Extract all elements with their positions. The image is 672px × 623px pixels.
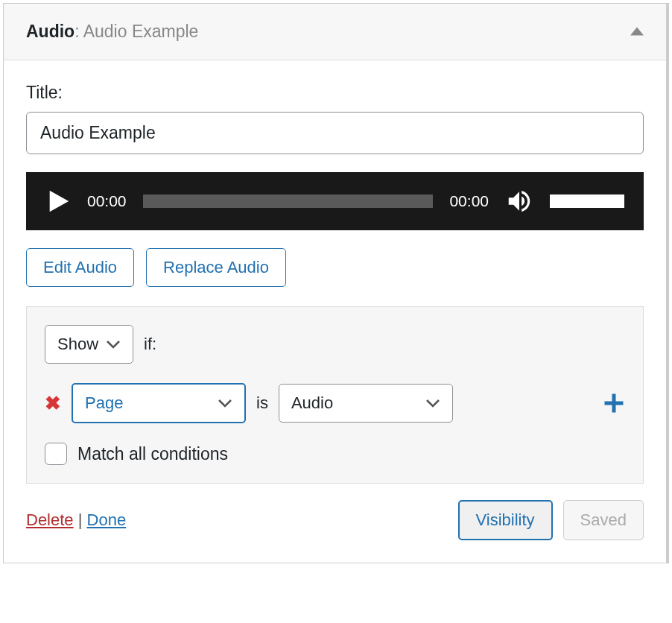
svg-rect-3 [605, 402, 624, 405]
play-icon[interactable] [45, 189, 71, 214]
condition-action-row: Show if: [45, 325, 625, 364]
action-select-value: Show [57, 335, 98, 354]
if-label: if: [144, 335, 156, 354]
widget-title-prefix: Audio [26, 22, 75, 41]
remove-condition-icon[interactable]: ✖ [45, 392, 61, 415]
chevron-down-icon [106, 339, 121, 350]
volume-slider[interactable] [550, 195, 624, 208]
svg-marker-0 [630, 27, 644, 35]
collapse-toggle-icon[interactable] [630, 25, 644, 39]
title-input[interactable] [26, 112, 644, 154]
chevron-down-icon [218, 398, 232, 408]
add-condition-icon[interactable] [603, 392, 625, 414]
volume-icon[interactable] [505, 187, 533, 215]
visibility-conditions-panel: Show if: ✖ Page is Audio [26, 306, 644, 484]
edit-audio-button[interactable]: Edit Audio [26, 248, 134, 287]
widget-title: Audio: Audio Example [26, 22, 198, 42]
value-select-value: Audio [291, 393, 333, 413]
condition-rule-row: ✖ Page is Audio [45, 383, 625, 423]
audio-player: 00:00 00:00 [26, 172, 644, 230]
match-all-label: Match all conditions [77, 444, 228, 464]
replace-audio-button[interactable]: Replace Audio [146, 248, 286, 287]
svg-marker-1 [50, 191, 69, 212]
footer-separator: | [74, 510, 87, 529]
progress-bar[interactable] [143, 195, 434, 208]
widget-footer: Delete | Done Visibility Saved [26, 500, 644, 540]
delete-link[interactable]: Delete [26, 510, 74, 529]
title-label: Title: [26, 83, 644, 103]
action-select[interactable]: Show [45, 325, 133, 364]
widget-body: Title: 00:00 00:00 Edit Audio Replace Au… [4, 60, 666, 563]
done-link[interactable]: Done [87, 510, 127, 529]
audio-widget-panel: Audio: Audio Example Title: 00:00 00:00 … [3, 3, 669, 563]
visibility-button[interactable]: Visibility [458, 500, 553, 540]
widget-title-subtitle: : Audio Example [75, 22, 198, 41]
match-all-row: Match all conditions [45, 443, 625, 465]
saved-button: Saved [563, 500, 644, 540]
widget-header[interactable]: Audio: Audio Example [4, 4, 666, 60]
audio-actions: Edit Audio Replace Audio [26, 248, 644, 287]
footer-links: Delete | Done [26, 510, 126, 530]
time-duration: 00:00 [449, 192, 489, 210]
footer-buttons: Visibility Saved [458, 500, 644, 540]
is-label: is [256, 393, 268, 413]
subject-select-value: Page [85, 393, 123, 413]
match-all-checkbox[interactable] [45, 443, 67, 465]
subject-select[interactable]: Page [72, 383, 246, 423]
time-elapsed: 00:00 [87, 192, 127, 210]
value-select[interactable]: Audio [279, 384, 453, 423]
chevron-down-icon [425, 398, 440, 408]
